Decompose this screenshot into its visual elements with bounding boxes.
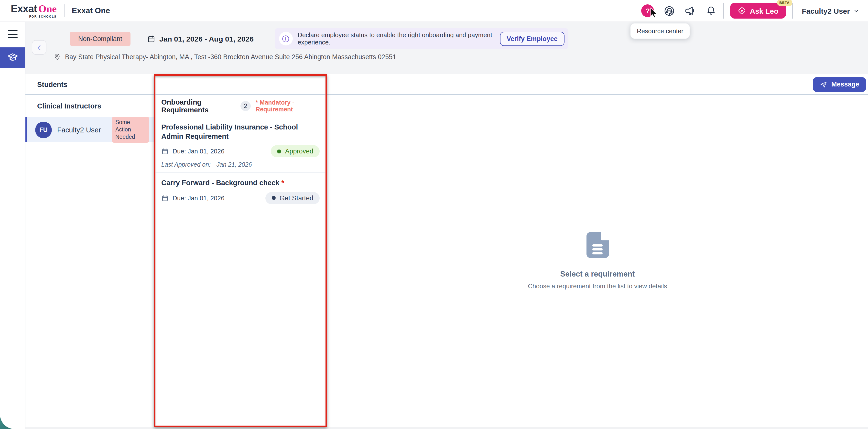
- location-pin-icon: [53, 53, 61, 61]
- requirement-item[interactable]: Carry Forward - Background check* Due: J…: [155, 173, 326, 209]
- graduation-cap-icon: [7, 52, 18, 64]
- tab-students[interactable]: Students: [37, 81, 67, 88]
- info-icon: [279, 32, 293, 45]
- exxat-logo[interactable]: Exxat One FOR SCHOOLS: [11, 3, 57, 18]
- mandatory-asterisk: *: [281, 179, 284, 187]
- tab-clinical-instructors[interactable]: Clinical Instructors: [25, 95, 154, 117]
- requirement-title: Carry Forward - Background check*: [161, 178, 310, 187]
- sidebar-item-academics[interactable]: [0, 48, 25, 68]
- logo-text-one: One: [38, 4, 57, 14]
- status-get-started-badge: Get Started: [266, 192, 320, 204]
- page-body: Non-Compliant Jan 01, 2026 - Aug 01, 202…: [0, 22, 868, 429]
- chevron-left-icon: [36, 44, 42, 51]
- last-approved: Last Approved on: Jan 21, 2026: [161, 161, 320, 168]
- employee-status-banner: Declare employee status to enable the ri…: [275, 28, 568, 49]
- top-nav: Exxat One FOR SCHOOLS Exxat One ?: [0, 0, 868, 22]
- avatar: FU: [35, 121, 52, 138]
- requirements-title: Onboarding Requirements: [161, 98, 236, 114]
- requirements-count-badge: 2: [241, 101, 251, 111]
- compliance-header: Non-Compliant Jan 01, 2026 - Aug 01, 202…: [25, 22, 868, 74]
- hamburger-menu-icon[interactable]: [0, 22, 25, 40]
- nav-divider: [64, 4, 64, 17]
- requirements-header: Onboarding Requirements 2 * Mandatory - …: [155, 95, 326, 117]
- support-headset-icon[interactable]: [663, 5, 675, 17]
- send-icon: [819, 81, 828, 88]
- date-range[interactable]: Jan 01, 2026 - Aug 01, 2026: [147, 34, 254, 43]
- logo-tagline: FOR SCHOOLS: [29, 15, 57, 18]
- instructor-list-item[interactable]: FU Faculty2 User Some Action Needed: [25, 117, 154, 142]
- chevron-down-icon: [853, 8, 859, 14]
- calendar-icon: [161, 148, 168, 155]
- app-window: Exxat One FOR SCHOOLS Exxat One ?: [0, 0, 868, 429]
- status-dot: [277, 149, 281, 153]
- onboarding-requirements-panel: Onboarding Requirements 2 * Mandatory - …: [154, 74, 327, 427]
- resource-center-tooltip: Resource center: [630, 24, 690, 39]
- status-dot: [272, 196, 276, 200]
- location: Bay State Physical Therapy- Abington, MA…: [53, 53, 396, 61]
- nav-divider: [792, 3, 793, 19]
- leo-logo-icon: [738, 6, 747, 15]
- beta-badge: BETA: [777, 0, 792, 6]
- people-list: Clinical Instructors FU Faculty2 User So…: [25, 95, 154, 427]
- user-menu[interactable]: Faculty2 User: [802, 7, 859, 15]
- document-icon: [586, 232, 609, 258]
- message-button[interactable]: Message: [813, 77, 866, 92]
- panel-spacer: [155, 76, 326, 95]
- status-badge: Non-Compliant: [70, 32, 130, 46]
- mandatory-legend: * Mandatory - Requirement: [256, 99, 320, 113]
- content-area: Students Message Clinical Instructors FU…: [25, 74, 868, 429]
- requirement-item[interactable]: Professional Liability Insurance - Schoo…: [155, 117, 326, 173]
- due-date: Due: Jan 01, 2026: [161, 194, 224, 202]
- ask-leo-button[interactable]: Ask Leo BETA: [731, 3, 786, 19]
- back-button[interactable]: [32, 40, 46, 55]
- nav-divider: [723, 3, 724, 19]
- main-area: Non-Compliant Jan 01, 2026 - Aug 01, 202…: [25, 22, 868, 429]
- announcements-megaphone-icon[interactable]: [684, 5, 696, 17]
- calendar-icon: [147, 34, 155, 43]
- due-date: Due: Jan 01, 2026: [161, 148, 224, 155]
- chat-widget-peek[interactable]: [0, 410, 19, 429]
- calendar-icon: [161, 194, 168, 202]
- empty-state: Select a requirement Choose a requiremen…: [327, 95, 868, 427]
- sidebar: [0, 22, 25, 429]
- logo-text-exxat: Exxat: [11, 3, 37, 14]
- mouse-cursor: [650, 7, 658, 19]
- app-title: Exxat One: [72, 6, 110, 15]
- requirement-title: Professional Liability Insurance - Schoo…: [161, 123, 310, 141]
- empty-state-title: Select a requirement: [560, 270, 635, 278]
- banner-text: Declare employee status to enable the ri…: [298, 31, 495, 46]
- action-needed-badge: Some Action Needed: [112, 117, 149, 143]
- nav-actions: ?: [642, 3, 860, 19]
- status-approved-badge: Approved: [271, 145, 320, 157]
- empty-state-subtitle: Choose a requirement from the list to vi…: [528, 282, 667, 290]
- location-text: Bay State Physical Therapy- Abington, MA…: [65, 53, 396, 60]
- verify-employee-button[interactable]: Verify Employee: [500, 32, 564, 46]
- notifications-bell-icon[interactable]: [706, 5, 717, 17]
- instructor-name: Faculty2 User: [57, 126, 101, 134]
